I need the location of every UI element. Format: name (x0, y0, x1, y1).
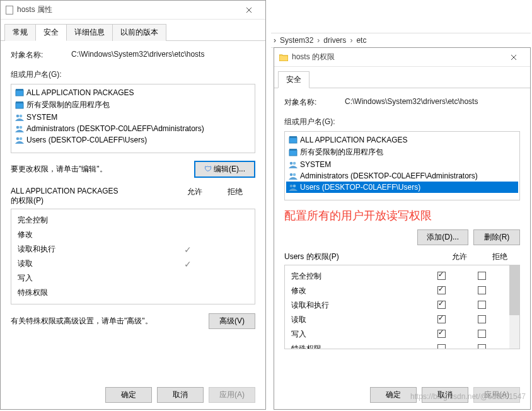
permission-row: 读取✓ (11, 257, 255, 271)
properties-dialog: hosts 属性 常规 安全 详细信息 以前的版本 对象名称: C:\Windo… (0, 0, 266, 410)
object-name-label: 对象名称: (11, 50, 71, 61)
list-item[interactable]: Administrators (DESKTOP-C0LAEFF\Administ… (13, 123, 253, 134)
svg-point-17 (290, 173, 293, 177)
list-item[interactable]: ALL APPLICATION PACKAGES (13, 87, 253, 98)
svg-rect-1 (16, 90, 23, 96)
permission-row: 写入 (11, 271, 255, 286)
permissions-subtitle: 的权限(P) (11, 195, 175, 206)
tab-general[interactable]: 常规 (4, 24, 36, 41)
svg-rect-3 (16, 103, 23, 108)
cancel-button[interactable]: 取消 (422, 387, 468, 403)
list-item-label: 所有受限制的应用程序包 (300, 147, 383, 158)
check-icon: ✓ (184, 259, 192, 269)
deny-checkbox[interactable] (478, 330, 486, 338)
object-name-value: C:\Windows\System32\drivers\etc\hosts (71, 50, 255, 61)
list-item-label: SYSTEM (26, 113, 57, 122)
permission-name: 写入 (291, 329, 421, 340)
list-item-label: Users (DESKTOP-C0LAEFF\Users) (26, 136, 147, 144)
list-item-label: ALL APPLICATION PACKAGES (26, 88, 134, 97)
permission-name: 完全控制 (18, 215, 168, 226)
permission-row: 写入 (285, 327, 508, 342)
permission-name: 读取 (291, 315, 421, 325)
list-item-label: Administrators (DESKTOP-C0LAEFF\Administ… (26, 124, 204, 133)
svg-point-6 (20, 115, 23, 118)
dialog-title: hosts 的权限 (292, 52, 335, 62)
list-item-label: SYSTEM (300, 160, 331, 169)
permission-row: 修改 (11, 228, 255, 242)
users-icon (289, 183, 298, 192)
breadcrumb[interactable]: › System32 › drivers › etc (271, 33, 531, 48)
edit-button[interactable]: 🛡 编辑(E)... (194, 161, 255, 178)
scrollbar[interactable] (509, 265, 519, 349)
list-item[interactable]: 所有受限制的应用程序包 (13, 98, 253, 112)
tab-security[interactable]: 安全 (35, 24, 67, 41)
add-button[interactable]: 添加(D)... (417, 229, 468, 245)
close-button[interactable] (238, 3, 260, 18)
tab-previous[interactable]: 以前的版本 (112, 24, 166, 41)
breadcrumb-item[interactable]: drivers (323, 36, 346, 45)
close-icon (511, 54, 517, 61)
permissions-dialog: hosts 的权限 安全 对象名称: C:\Windows\System32\d… (274, 47, 531, 410)
svg-rect-4 (16, 101, 23, 103)
check-icon: ✓ (184, 245, 192, 255)
permissions-table: 完全控制修改读取和执行✓读取✓写入特殊权限 (11, 209, 255, 304)
apply-button[interactable]: 应用(A) (473, 387, 520, 403)
svg-rect-13 (289, 150, 297, 156)
permission-row: 完全控制 (285, 269, 508, 284)
deny-checkbox[interactable] (478, 286, 486, 294)
permission-row: 读取和执行✓ (11, 242, 255, 257)
ok-button[interactable]: 确定 (105, 387, 152, 403)
annotation-text: 配置所有的用户开放读写权限 (284, 208, 520, 223)
ok-button[interactable]: 确定 (370, 387, 417, 403)
breadcrumb-item[interactable]: System32 (280, 36, 313, 45)
column-deny: 拒绝 (215, 187, 255, 206)
svg-point-16 (293, 162, 296, 165)
deny-checkbox[interactable] (478, 315, 486, 323)
deny-checkbox[interactable] (478, 344, 486, 350)
permissions-table: 完全控制修改读取和执行读取写入特殊权限 (284, 265, 520, 349)
group-users-list[interactable]: ALL APPLICATION PACKAGES所有受限制的应用程序包SYSTE… (11, 84, 255, 153)
titlebar[interactable]: hosts 的权限 (274, 48, 530, 67)
cancel-button[interactable]: 取消 (157, 387, 204, 403)
deny-checkbox[interactable] (478, 301, 486, 309)
allow-checkbox[interactable] (437, 344, 446, 350)
chevron-right-icon: › (317, 36, 320, 45)
column-deny: 拒绝 (480, 252, 520, 262)
breadcrumb-item[interactable]: etc (356, 36, 366, 45)
folder-icon (279, 54, 288, 61)
permission-name: 特殊权限 (291, 344, 421, 349)
list-item[interactable]: Users (DESKTOP-C0LAEFF\Users) (286, 182, 518, 193)
list-item[interactable]: ALL APPLICATION PACKAGES (286, 134, 518, 146)
close-button[interactable] (502, 50, 525, 65)
allow-checkbox[interactable] (437, 301, 446, 309)
apply-button[interactable]: 应用(A) (209, 387, 255, 403)
permission-name: 特殊权限 (18, 287, 168, 298)
permission-name: 完全控制 (291, 271, 421, 282)
deny-checkbox[interactable] (478, 272, 486, 280)
allow-checkbox[interactable] (437, 330, 446, 338)
edit-button-label: 编辑(E)... (214, 165, 245, 173)
allow-checkbox[interactable] (437, 272, 446, 280)
close-icon (246, 7, 252, 13)
list-item[interactable]: Users (DESKTOP-C0LAEFF\Users) (13, 134, 253, 146)
list-item-label: ALL APPLICATION PACKAGES (300, 136, 408, 144)
allow-checkbox[interactable] (437, 315, 446, 323)
allow-checkbox[interactable] (437, 286, 446, 294)
chevron-right-icon: › (274, 36, 276, 45)
titlebar[interactable]: hosts 属性 (1, 1, 265, 20)
advanced-button[interactable]: 高级(V) (209, 313, 255, 329)
list-item[interactable]: 所有受限制的应用程序包 (286, 146, 518, 159)
chevron-right-icon: › (350, 36, 352, 45)
remove-button[interactable]: 删除(R) (473, 229, 520, 245)
list-item[interactable]: Administrators (DESKTOP-C0LAEFF\Administ… (286, 170, 518, 182)
tab-details[interactable]: 详细信息 (66, 24, 113, 41)
list-item[interactable]: SYSTEM (13, 112, 253, 123)
package-icon (289, 148, 298, 157)
list-item[interactable]: SYSTEM (286, 159, 518, 170)
permission-name: 修改 (291, 286, 421, 296)
svg-rect-0 (6, 6, 13, 14)
package-icon (289, 136, 298, 144)
tab-security[interactable]: 安全 (278, 71, 309, 88)
group-users-list[interactable]: ALL APPLICATION PACKAGES所有受限制的应用程序包SYSTE… (284, 131, 520, 200)
users-icon (289, 171, 298, 180)
